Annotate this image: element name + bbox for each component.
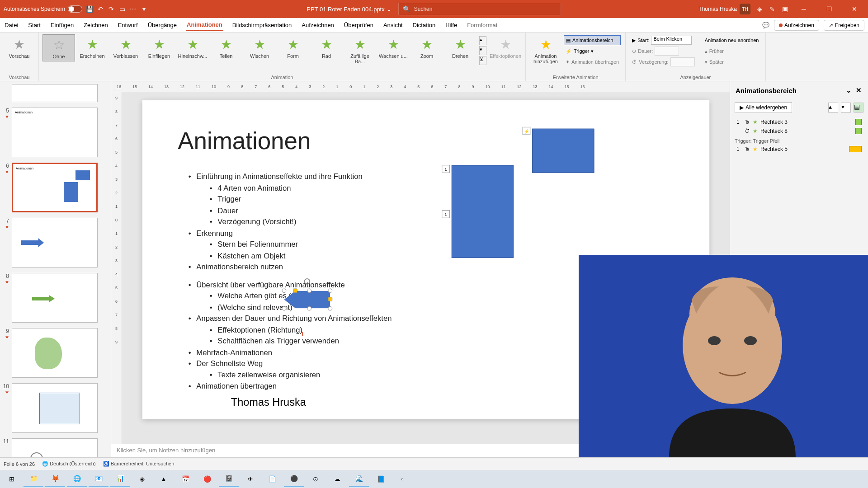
slide-thumb-7[interactable] [12, 218, 98, 267]
chrome-icon[interactable]: 🌐 [67, 471, 87, 487]
play-all-button[interactable]: ▶ Alle wiedergeben [735, 102, 792, 113]
gallery-up[interactable]: ▴ [479, 36, 486, 45]
animation-uebertragen-button[interactable]: ✦ Animation übertragen [564, 57, 621, 67]
filename[interactable]: PPT 01 Roter Faden 004.pptx ⌄ [307, 6, 391, 13]
slide-thumb-5[interactable]: Animationen [12, 108, 98, 157]
app-icon-2[interactable]: 🔴 [197, 471, 217, 487]
close-button[interactable]: ✕ [844, 0, 864, 18]
gallery-more[interactable]: ⊻ [479, 56, 486, 65]
move-up-button[interactable]: ▴ [828, 103, 838, 113]
vorschau-button[interactable]: ★ Vorschau [3, 34, 36, 61]
vlc-icon[interactable]: ▲ [154, 471, 174, 487]
app-icon-3[interactable]: 📄 [262, 471, 282, 487]
animationsbereich-button[interactable]: ▤ Animationsbereich [564, 35, 621, 45]
toggle-off-icon[interactable] [68, 5, 82, 13]
diamond-icon[interactable]: ◈ [756, 5, 763, 13]
calendar-icon[interactable]: 📅 [175, 471, 195, 487]
language[interactable]: 🌐 Deutsch (Österreich) [42, 461, 96, 467]
user-account[interactable]: Thomas Hruska TH [698, 4, 750, 14]
anim-verblassen[interactable]: ★Verblassen [109, 34, 142, 61]
tab-hilfe[interactable]: Hilfe [444, 20, 458, 30]
telegram-icon[interactable]: ✈ [241, 471, 260, 487]
redo-icon[interactable]: ↷ [108, 5, 115, 13]
qat-dropdown-icon[interactable]: ▾ [140, 5, 147, 13]
gallery-down[interactable]: ▾ [479, 46, 486, 55]
shape-rectangle-2[interactable] [452, 165, 514, 258]
dauer-field[interactable]: ⊙ Dauer: [630, 46, 696, 56]
anim-form[interactable]: ★Form [277, 34, 309, 61]
explorer-icon[interactable]: 📁 [24, 471, 43, 487]
app-icon[interactable]: ◈ [132, 471, 152, 487]
pane-dropdown[interactable]: ⌄ [844, 86, 853, 94]
anim-item-2[interactable]: ⏱★Rechteck 8 [735, 127, 863, 136]
thumbnail-pane[interactable]: 5★Animationen 6★Animationen 7★ 8★ 9★ 10★… [0, 81, 111, 457]
spaeter-button[interactable]: ▾ Später [703, 57, 761, 67]
pen-icon[interactable]: ✎ [769, 5, 776, 13]
slide-thumb-11[interactable] [12, 438, 98, 457]
slide-thumb-10[interactable] [12, 383, 98, 433]
tab-aufzeichnen[interactable]: Aufzeichnen [301, 20, 335, 30]
timeline-toggle[interactable]: ▤ [854, 103, 863, 113]
tab-formformat[interactable]: Formformat [466, 20, 498, 30]
minimize-button[interactable]: ─ [794, 0, 814, 18]
app-icon-4[interactable]: ⊙ [306, 471, 326, 487]
slide-thumb-6[interactable]: Animationen [12, 163, 98, 212]
word-icon[interactable]: 📘 [371, 471, 391, 487]
anim-hineinschw[interactable]: ★Hineinschw... [176, 34, 209, 61]
anim-tag-lightning[interactable]: ⚡ [523, 127, 531, 135]
window-icon[interactable]: ▣ [781, 5, 788, 13]
anim-wachsen[interactable]: ★Wachsen u... [377, 34, 410, 61]
save-icon[interactable]: 💾 [86, 5, 93, 13]
slide-thumb[interactable] [12, 84, 98, 102]
slide-content[interactable]: Einführung in Animationseffekte und ihre… [178, 171, 392, 392]
slide-author[interactable]: Thomas Hruska [231, 396, 306, 408]
shape-rectangle-1[interactable] [532, 129, 594, 173]
tab-start[interactable]: Start [27, 20, 41, 30]
anim-tag-2[interactable]: 1 [442, 210, 450, 218]
selected-arrow-shape[interactable] [284, 291, 330, 308]
app-icon-6[interactable]: ▫ [392, 471, 412, 487]
slide-thumb-9[interactable] [12, 328, 98, 378]
firefox-icon[interactable]: 🦊 [45, 471, 65, 487]
maximize-button[interactable]: ☐ [819, 0, 839, 18]
freigeben-button[interactable]: ↗Freigeben [824, 20, 864, 31]
tab-datei[interactable]: Datei [4, 20, 19, 30]
pane-close[interactable]: ✕ [854, 86, 863, 94]
accessibility[interactable]: ♿ Barrierefreiheit: Untersuchen [103, 461, 175, 467]
anim-tag-1[interactable]: 1 [442, 165, 450, 173]
animation-hinzufuegen-button[interactable]: ★Animation hinzufügen [529, 34, 562, 66]
search-input[interactable] [414, 6, 557, 12]
anim-drehen[interactable]: ★Drehen [444, 34, 476, 61]
tab-dictation[interactable]: Dictation [412, 20, 437, 30]
undo-icon[interactable]: ↶ [97, 5, 104, 13]
slide-counter[interactable]: Folie 6 von 26 [4, 461, 35, 467]
powerpoint-icon[interactable]: 📊 [110, 471, 130, 487]
anim-ohne[interactable]: ☆Ohne [42, 34, 75, 61]
anim-item-3[interactable]: 1🖱★Rechteck 5 [735, 145, 863, 154]
onenote-icon[interactable]: 📓 [219, 471, 239, 487]
slideshow-icon[interactable]: ▭ [118, 5, 126, 13]
anim-teilen[interactable]: ★Teilen [210, 34, 242, 61]
tab-bildschirm[interactable]: Bildschirmpräsentation [231, 20, 293, 30]
frueher-button[interactable]: ▴ Früher [703, 46, 761, 56]
move-down-button[interactable]: ▾ [841, 103, 851, 113]
start-button[interactable]: ⊞ [2, 471, 22, 487]
search-box[interactable]: 🔍 [399, 3, 561, 15]
slide-thumb-8[interactable] [12, 273, 98, 323]
rotate-handle[interactable] [304, 278, 311, 285]
tab-animationen[interactable]: Animationen [186, 19, 223, 31]
tab-uebergaenge[interactable]: Übergänge [147, 20, 178, 30]
edge-icon[interactable]: 🌊 [349, 471, 369, 487]
anim-rad[interactable]: ★Rad [310, 34, 343, 61]
obs-icon[interactable]: ⚫ [284, 471, 304, 487]
anim-einfliegen[interactable]: ★Einfliegen [143, 34, 175, 61]
anim-wischen[interactable]: ★Wischen [243, 34, 276, 61]
trigger-button[interactable]: ⚡ Trigger ▾ [564, 46, 621, 56]
aufzeichnen-button[interactable]: Aufzeichnen [774, 20, 819, 31]
anim-item-1[interactable]: 1🖱★Rechteck 3 [735, 117, 863, 127]
verzoegerung-field[interactable]: ⏱ Verzögerung: [630, 57, 696, 67]
tab-einfuegen[interactable]: Einfügen [50, 20, 75, 30]
comments-icon[interactable]: 💬 [762, 22, 769, 29]
start-field[interactable]: ▶ Start: Beim Klicken [630, 35, 696, 45]
anim-erscheinen[interactable]: ★Erscheinen [76, 34, 108, 61]
